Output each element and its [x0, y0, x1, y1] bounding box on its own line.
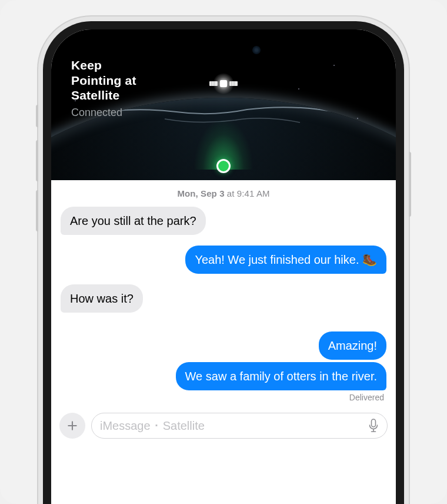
- message-incoming[interactable]: How was it?: [51, 284, 396, 313]
- conversation-timestamp: Mon, Sep 3 at 9:41 AM: [51, 188, 396, 198]
- iphone-frame: Keep Pointing at Satellite Connected: [38, 16, 409, 504]
- message-input-bar: iMessage ･ Satellite: [51, 407, 396, 439]
- satellite-title-line: Satellite: [71, 88, 119, 102]
- dynamic-island: [179, 38, 268, 62]
- message-bubble: Yeah! We just finished our hike. 🥾: [185, 246, 386, 274]
- message-bubble: Amazing!: [319, 331, 386, 360]
- dictation-button[interactable]: [368, 419, 379, 433]
- svg-rect-2: [209, 81, 218, 86]
- microphone-icon: [368, 419, 379, 433]
- message-outgoing[interactable]: We saw a family of otters in the river.: [51, 362, 396, 390]
- svg-rect-8: [372, 419, 376, 427]
- volume-down-button: [36, 190, 38, 231]
- volume-up-button: [36, 140, 38, 181]
- message-incoming[interactable]: Are you still at the park?: [51, 207, 396, 235]
- add-attachment-button[interactable]: [59, 413, 85, 439]
- location-dot: [216, 159, 231, 173]
- side-button: [409, 152, 411, 217]
- satellite-title-line: Pointing at: [71, 74, 136, 87]
- input-placeholder: iMessage ･ Satellite: [100, 419, 205, 433]
- plus-icon: [66, 420, 78, 432]
- message-outgoing[interactable]: Amazing!: [51, 331, 396, 360]
- satellite-icon: [206, 72, 241, 98]
- satellite-instruction: Keep Pointing at Satellite Connected: [71, 58, 136, 119]
- mute-switch: [36, 105, 38, 127]
- satellite-status: Connected: [71, 107, 136, 119]
- messages-area[interactable]: Mon, Sep 3 at 9:41 AM Are you still at t…: [51, 180, 396, 407]
- satellite-banner[interactable]: Keep Pointing at Satellite Connected: [51, 29, 396, 180]
- message-bubble: Are you still at the park?: [61, 207, 206, 235]
- delivered-status: Delivered: [51, 393, 396, 402]
- screen: Keep Pointing at Satellite Connected: [51, 29, 396, 504]
- message-outgoing[interactable]: Yeah! We just finished our hike. 🥾: [51, 246, 396, 274]
- message-input[interactable]: iMessage ･ Satellite: [91, 413, 388, 439]
- svg-rect-3: [229, 81, 238, 86]
- message-bubble: How was it?: [61, 284, 143, 313]
- message-bubble: We saw a family of otters in the river.: [176, 362, 386, 390]
- svg-rect-1: [220, 80, 227, 87]
- satellite-title-line: Keep: [71, 58, 102, 72]
